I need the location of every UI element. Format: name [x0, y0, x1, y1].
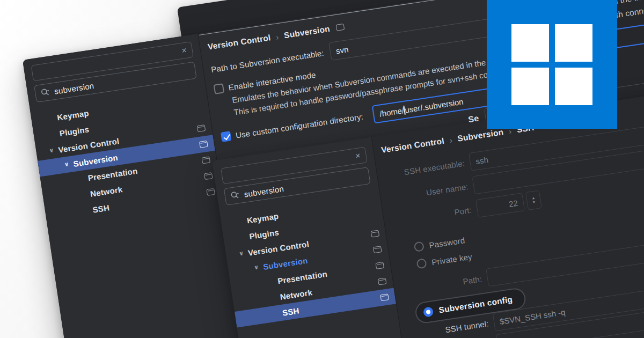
user-name-label: User name: — [388, 182, 469, 203]
chevron-down-icon[interactable] — [48, 146, 54, 154]
stage: Emulates the behavior when Subversion co… — [0, 0, 644, 338]
ssh-executable-label: SSH executable: — [384, 158, 465, 179]
window-icon — [371, 230, 380, 238]
window-icon — [199, 141, 208, 148]
port-stepper[interactable]: ▲▼ — [525, 190, 542, 210]
radio-icon[interactable] — [416, 258, 427, 269]
windows-logo-pane — [555, 24, 592, 62]
windows-logo — [487, 0, 617, 129]
window-icon — [373, 246, 382, 253]
windows-logo-pane — [511, 68, 549, 105]
window-icon — [336, 24, 345, 31]
auth-password-label: Password — [428, 236, 465, 250]
window-icon — [202, 156, 211, 164]
search-icon — [230, 190, 240, 201]
settings-tree: Keymap Plugins Version Control Subversio… — [30, 83, 223, 224]
chevron-down-icon[interactable] — [64, 160, 70, 168]
windows-logo-pane — [555, 68, 592, 105]
interactive-mode-checkbox[interactable] — [214, 83, 224, 94]
search-query-text: subversion — [244, 183, 284, 199]
close-icon[interactable] — [355, 151, 361, 160]
search-query-text: subversion — [54, 80, 94, 95]
breadcrumb-version-control[interactable]: Version Control — [380, 136, 445, 155]
auth-private-key-label: Private key — [431, 252, 473, 267]
private-key-path-label: Path: — [401, 274, 482, 295]
port-input[interactable]: 22 — [475, 193, 525, 218]
breadcrumb-separator-icon — [449, 135, 453, 145]
settings-tree: Keymap Plugins Version Control Subversio… — [219, 188, 396, 328]
window-icon — [380, 293, 389, 301]
chevron-down-icon[interactable] — [238, 249, 244, 257]
window-icon — [204, 172, 213, 180]
radio-selected-icon[interactable] — [423, 306, 434, 317]
window-icon — [375, 262, 384, 269]
windows-logo-pane — [511, 24, 549, 62]
window-icon — [206, 188, 215, 196]
search-icon — [40, 87, 50, 98]
window-icon — [378, 278, 387, 285]
radio-icon[interactable] — [414, 241, 425, 252]
window-icon — [197, 124, 206, 132]
breadcrumb-version-control[interactable]: Version Control — [207, 33, 272, 52]
breadcrumb-separator-icon — [275, 32, 280, 42]
breadcrumb-subversion[interactable]: Subversion — [283, 24, 331, 41]
chevron-down-icon[interactable] — [253, 263, 259, 271]
custom-config-checkbox[interactable] — [221, 131, 231, 142]
breadcrumb-subversion[interactable]: Subversion — [457, 127, 504, 144]
close-icon[interactable] — [181, 46, 187, 55]
port-label: Port: — [391, 205, 472, 226]
